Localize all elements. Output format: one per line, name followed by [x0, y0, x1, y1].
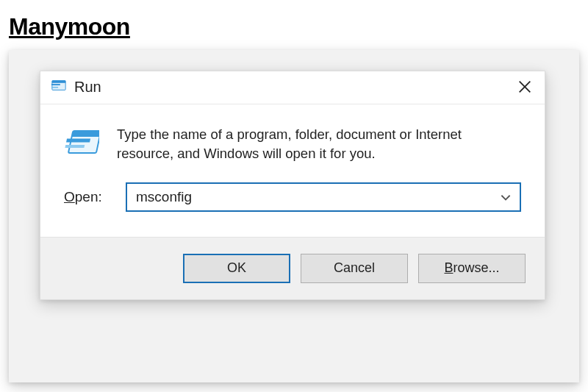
cancel-button[interactable]: Cancel [301, 254, 408, 283]
open-label: Open: [64, 189, 111, 205]
run-title-icon [51, 77, 67, 96]
browse-button[interactable]: Browse... [418, 254, 526, 283]
dialog-title: Run [74, 79, 101, 96]
close-button[interactable] [515, 77, 534, 96]
run-icon [64, 125, 99, 160]
ok-button[interactable]: OK [183, 254, 290, 283]
instruction-text: Type the name of a program, folder, docu… [117, 125, 521, 163]
brand-title: Manymoon [9, 13, 130, 40]
titlebar-left: Run [51, 77, 101, 96]
open-combobox[interactable] [126, 182, 521, 212]
open-input[interactable] [136, 189, 499, 205]
close-icon [518, 80, 531, 93]
run-dialog: Run Type the nam [40, 71, 545, 300]
titlebar: Run [40, 71, 545, 104]
button-row: OK Cancel Browse... [40, 237, 545, 299]
outer-panel: Run Type the nam [9, 50, 579, 382]
svg-rect-1 [52, 81, 65, 83]
input-row: Open: [40, 169, 545, 218]
svg-rect-7 [72, 131, 99, 137]
dialog-body: Type the name of a program, folder, docu… [40, 104, 545, 169]
chevron-down-icon [499, 190, 512, 204]
